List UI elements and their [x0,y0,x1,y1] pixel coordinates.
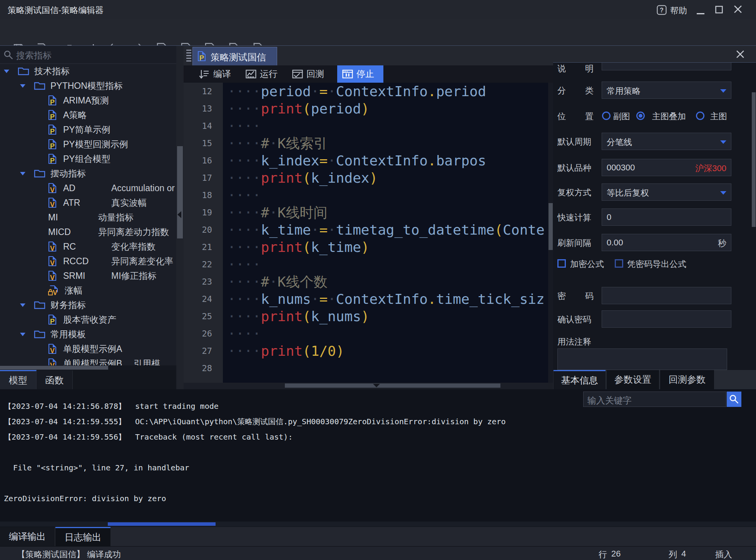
sidebar-vscrollbar[interactable] [176,46,184,389]
right-panel-vscrollbar[interactable] [751,63,756,370]
log-hscrollbar-thumb[interactable] [108,522,216,526]
tree-item-MI[interactable]: MI动量指标 [0,210,176,225]
tree-item-MICD[interactable]: MICD异同离差动力指数 [0,225,176,239]
usage-notes-textarea[interactable] [557,348,727,370]
default-symbol-input[interactable]: 000300沪深300 [602,159,731,176]
minimize-icon[interactable] [697,9,704,16]
tree-item-PY组合模型[interactable]: PPY组合模型 [0,152,176,166]
code-line-27: ····print(1/0) [223,342,548,360]
line-number: 13 [184,100,223,117]
formula-file-icon: V [48,256,57,267]
tabbar-grip-handle[interactable] [186,50,191,62]
radio-label[interactable]: 副图 [613,111,630,122]
stop-button[interactable]: 停止 [337,65,383,83]
python-file-icon: P [48,124,57,135]
unit-suffix: 秒 [718,238,726,249]
right-tab-回测参数[interactable]: 回测参数 [660,370,714,389]
description-input[interactable] [602,63,731,70]
splitter-arrow-icon[interactable] [373,384,380,387]
code-line-24: ····k_nums·=·ContextInfo.time_tick_siz [223,290,548,308]
checkbox-label[interactable]: 加密公式 [570,258,604,270]
svg-text:P: P [50,98,55,106]
code-line-17: ····print(k_index) [223,169,548,187]
tree-item-PY模型回测示例[interactable]: PPY模型回测示例 [0,137,176,152]
line-number: 23 [184,273,223,290]
right-tab-参数设置[interactable]: 参数设置 [607,370,659,389]
tree-item-涨幅[interactable]: V涨幅 [0,283,176,298]
right-panel-top-strip [553,46,756,63]
compile-icon [199,68,210,80]
status-col-label: 列 [669,549,677,560]
editor-vscrollbar[interactable] [548,83,553,383]
code-line-22: ···· [223,256,548,273]
svg-text:P: P [50,157,55,164]
folder-icon [18,67,29,76]
compile-button[interactable]: 编译 [194,65,236,83]
log-hscrollbar[interactable] [0,522,756,527]
output-tab-日志输出[interactable]: 日志输出 [55,527,110,546]
output-tab-编译输出[interactable]: 编译输出 [0,527,55,546]
tree-item-label: A策略 [63,109,87,121]
tree-item-SRMI[interactable]: VSRMIMI修正指标 [0,268,176,283]
backtest-button[interactable]: 回测 [287,65,329,83]
checkbox-label[interactable]: 凭密码导出公式 [627,258,686,270]
tree-item-单股模型示例A[interactable]: V单股模型示例A [0,342,176,356]
tree-item-RCCD[interactable]: VRCCD异同离差变化率 [0,254,176,268]
expand-arrow-icon[interactable] [20,303,25,307]
run-button[interactable]: 运行 [241,65,282,83]
tree-item-技术指标[interactable]: 技术指标 [0,64,176,78]
sidebar-hscrollbar[interactable] [0,365,176,370]
tree-item-摆动指标[interactable]: 摆动指标 [0,166,176,181]
tree-item-AD[interactable]: VADAccumulation or [0,181,176,195]
tree-item-ATR[interactable]: VATR真实波幅 [0,195,176,210]
help-button[interactable]: 帮助 [670,5,687,17]
sidebar-tab-函数[interactable]: 函数 [37,370,73,389]
expand-arrow-icon[interactable] [20,333,25,336]
right-panel-vscrollbar-thumb[interactable] [752,92,756,227]
checkbox-凭密码导出公式[interactable] [615,259,623,268]
tree-item-常用模板[interactable]: 常用模板 [0,327,176,342]
close-icon[interactable] [736,50,746,60]
tree-item-PY简单示例[interactable]: PPY简单示例 [0,122,176,137]
sidebar-hscrollbar-thumb[interactable] [0,366,108,370]
quick-calc-input[interactable]: 0 [602,208,731,226]
default-period-select[interactable]: 分笔线 [602,133,731,150]
expand-arrow-icon[interactable] [20,172,25,175]
tree-item-description: MI修正指标 [111,270,157,282]
radio-主图[interactable] [696,112,704,120]
line-number: 18 [184,187,223,204]
tree-item-PYTHON模型指标[interactable]: PYTHON模型指标 [0,78,176,93]
maximize-icon[interactable] [715,6,723,15]
password-input[interactable] [602,287,731,304]
confirm-password-input[interactable] [602,310,731,328]
refresh-interval-input[interactable]: 0.00秒 [602,234,731,251]
editor-hscrollbar-thumb[interactable] [285,383,500,388]
radio-label[interactable]: 主图叠加 [652,111,686,122]
field-label: 快速计算 [557,212,591,223]
tree-item-A策略[interactable]: PA策略 [0,108,176,122]
code-editor[interactable]: ····period·=·ContextInfo.period····print… [223,83,548,383]
tree-item-股本营收资产[interactable]: P股本营收资产 [0,312,176,327]
tree-item-单股模型示例B[interactable]: V单股模型示例B引用模 [0,356,176,365]
radio-label[interactable]: 主图 [710,111,727,122]
tree-item-ARIMA预测[interactable]: PARIMA预测 [0,93,176,108]
adjust-mode-select[interactable]: 等比后复权 [602,183,731,201]
sidebar-tab-模型[interactable]: 模型 [0,370,37,389]
close-window-icon[interactable] [734,5,742,15]
checkbox-加密公式[interactable] [557,259,566,268]
sidebar-vscrollbar-thumb[interactable] [177,146,183,238]
indicator-search-input[interactable]: 搜索指标 [0,46,176,64]
expand-arrow-icon[interactable] [20,84,25,88]
radio-主图叠加-selected[interactable] [636,112,645,120]
file-tab-active[interactable]: P 策略测试国信 [192,47,277,65]
radio-副图[interactable] [602,112,610,120]
tree-item-财务指标[interactable]: 财务指标 [0,298,176,312]
tree-item-RC[interactable]: VRC变化率指数 [0,239,176,254]
editor-vscrollbar-thumb[interactable] [549,203,553,250]
editor-hscrollbar[interactable] [184,383,548,388]
collapse-sidebar-icon[interactable] [177,211,181,218]
right-tab-基本信息[interactable]: 基本信息 [554,370,605,389]
category-select[interactable]: 常用策略 [602,82,731,99]
main-toolbar: AA [0,19,756,45]
expand-arrow-icon[interactable] [4,70,9,73]
